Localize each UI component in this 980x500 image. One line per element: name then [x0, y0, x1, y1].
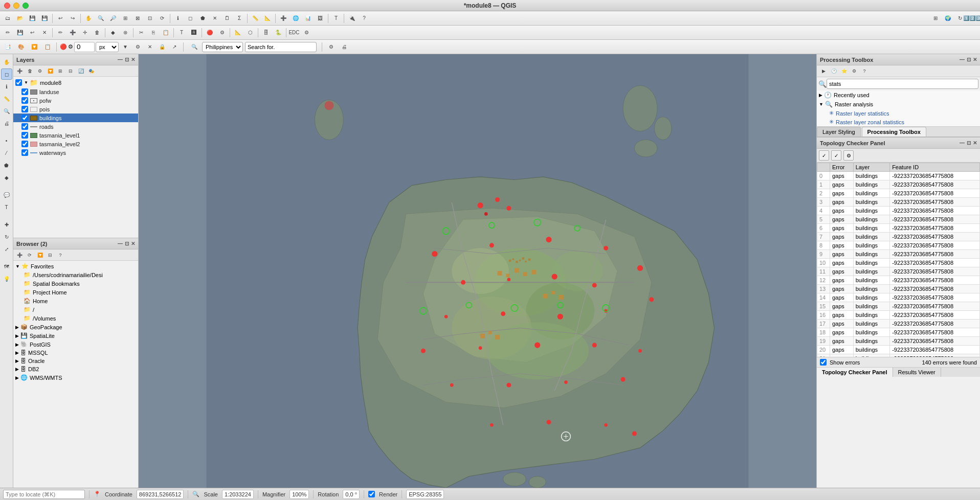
add-raster-btn[interactable]: 🖼: [315, 13, 326, 24]
browser-refresh-btn[interactable]: ⟳: [25, 251, 34, 260]
remove-layer-btn[interactable]: 🗑: [25, 66, 34, 76]
measure-area-btn[interactable]: 📐: [262, 13, 273, 24]
vertex-btn[interactable]: ◆: [107, 27, 119, 38]
delete-feature-btn[interactable]: 🗑: [92, 27, 103, 38]
select-tool-btn[interactable]: ◻: [1, 69, 12, 80]
extra-btn[interactable]: ⚙: [301, 27, 312, 38]
digitize-btn[interactable]: ✏: [55, 27, 66, 38]
paste-features-btn[interactable]: 📋: [160, 27, 171, 38]
update-all-btn[interactable]: 🔄: [76, 66, 85, 76]
3d-view-btn[interactable]: 🗺: [1, 261, 12, 272]
browser-filter-btn[interactable]: 🔽: [35, 251, 44, 260]
select-btn[interactable]: ◻: [185, 13, 196, 24]
pofw-checkbox[interactable]: [21, 97, 28, 104]
table-row[interactable]: 8 gaps buildings -9223372036854775808: [817, 241, 980, 250]
layer-item-roads[interactable]: roads: [13, 122, 138, 131]
draw-point-btn[interactable]: •: [1, 135, 12, 146]
group-checkbox[interactable]: [15, 79, 22, 86]
browser-collapse-btn[interactable]: ⊟: [46, 251, 55, 260]
layer-item-waterways[interactable]: waterways: [13, 148, 138, 157]
toolbox-item-raster-zonal[interactable]: ✳ Raster layer zonal statistics: [817, 118, 980, 126]
browser-item-spatialite[interactable]: ▶ 💾 SpatiaLite: [13, 331, 138, 340]
topology-table-scroll[interactable]: Error Layer Feature ID 0 gaps buildings …: [817, 163, 980, 357]
fill-ring-btn[interactable]: ⬡: [244, 27, 256, 38]
maximize-button[interactable]: [23, 3, 29, 9]
table-row[interactable]: 14 gaps buildings -9223372036854775808: [817, 293, 980, 302]
panel-minimize-icon[interactable]: —: [118, 57, 123, 62]
layer-group-header[interactable]: ▼ 📁 module8: [13, 78, 138, 87]
render-checkbox[interactable]: [368, 491, 375, 497]
table-row[interactable]: 0 gaps buildings -9223372036854775808: [817, 172, 980, 180]
browser-item-home[interactable]: 🏠 Home: [13, 297, 138, 305]
layer-notes-btn[interactable]: 📋: [42, 41, 53, 53]
topo-validate-extent-btn[interactable]: ✓: [831, 150, 841, 161]
copy-features-btn[interactable]: ⎘: [148, 27, 159, 38]
redo-btn[interactable]: ↪: [67, 13, 78, 24]
browser-item-root[interactable]: 📁 /: [13, 305, 138, 314]
vertex-edit-btn[interactable]: ◆: [1, 172, 12, 183]
snap-tolerance-input[interactable]: 0: [74, 42, 95, 52]
table-row[interactable]: 13 gaps buildings -9223372036854775808: [817, 285, 980, 293]
browser-close-icon[interactable]: ✕: [131, 241, 135, 246]
draw-line-btn[interactable]: ∕: [1, 147, 12, 158]
toolbox-minimize-icon[interactable]: —: [960, 57, 965, 62]
close-button[interactable]: [4, 3, 10, 9]
browser-item-desktop[interactable]: 📁 /Users/codrinamariailie/Desi: [13, 270, 138, 279]
toolbox-item-raster-stats[interactable]: ✳ Raster layer statistics: [817, 109, 980, 118]
topo-validate-btn[interactable]: ✓: [819, 150, 829, 161]
toolbox-favorites-btn[interactable]: ⭐: [839, 66, 849, 76]
print-tool-btn[interactable]: 🖨: [1, 118, 12, 129]
snap-more-btn[interactable]: ▼: [120, 41, 131, 53]
zoom-in-btn[interactable]: 🔍: [95, 13, 106, 24]
table-row[interactable]: 5 gaps buildings -9223372036854775808: [817, 215, 980, 224]
edc-btn[interactable]: EDC: [288, 27, 300, 38]
stats-btn[interactable]: Σ: [234, 13, 245, 24]
toolbox-settings-btn[interactable]: ⚙: [850, 66, 859, 76]
advanced-digit-btn[interactable]: 📐: [232, 27, 243, 38]
snap-unit-select[interactable]: px mm: [96, 42, 119, 52]
new-project-btn[interactable]: 🗂: [2, 13, 13, 24]
layer-item-buildings[interactable]: buildings: [13, 113, 138, 122]
layer-item-landuse[interactable]: landuse: [13, 87, 138, 96]
add-wms-btn[interactable]: 🌐: [290, 13, 301, 24]
coord-mode-btn[interactable]: ⊞: [930, 13, 941, 24]
toolbox-search-input[interactable]: [827, 79, 978, 89]
table-row[interactable]: 3 gaps buildings -9223372036854775808: [817, 198, 980, 207]
browser-help-btn[interactable]: ?: [56, 251, 65, 260]
identify-btn[interactable]: ℹ: [172, 13, 184, 24]
plugins-btn[interactable]: 🔌: [346, 13, 358, 24]
browser-item-project-home[interactable]: 📁 Project Home: [13, 288, 138, 297]
table-row[interactable]: 1 gaps buildings -9223372036854775808: [817, 180, 980, 189]
toolbox-item-recently-used[interactable]: ▶ 🕐 Recently used: [817, 90, 980, 100]
toolbox-item-raster-analysis[interactable]: ▼ 🔍 Raster analysis: [817, 100, 980, 109]
toolbox-history-btn[interactable]: 🕐: [829, 66, 838, 76]
toolbox-close-icon[interactable]: ✕: [973, 57, 977, 62]
open-table-btn[interactable]: 🗒: [221, 13, 233, 24]
map-canvas[interactable]: [139, 54, 816, 488]
expand-all-btn[interactable]: ⊞: [56, 66, 65, 76]
pois-checkbox[interactable]: [21, 106, 28, 112]
map-tips-btn[interactable]: 💡: [1, 273, 12, 284]
table-row[interactable]: 17 gaps buildings -9223372036854775808: [817, 320, 980, 328]
locate-zoom-btn[interactable]: 🔍: [189, 41, 200, 53]
python-btn[interactable]: 🐍: [273, 27, 284, 38]
rollback-btn[interactable]: ↩: [27, 27, 38, 38]
project-props-btn[interactable]: ⚙: [325, 41, 337, 53]
filter-btn[interactable]: 🔽: [29, 41, 40, 53]
table-row[interactable]: 20 gaps buildings -9223372036854775808: [817, 346, 980, 354]
select-poly-btn[interactable]: ⬟: [197, 13, 208, 24]
waterways-checkbox[interactable]: [21, 149, 28, 156]
save-as-btn[interactable]: 💾: [39, 13, 50, 24]
browser-item-db2[interactable]: ▶ 🗄 DB2: [13, 365, 138, 373]
save-edits-btn[interactable]: 💾: [14, 27, 26, 38]
add-layer-lyr-btn[interactable]: ➕: [15, 66, 24, 76]
show-errors-checkbox[interactable]: [820, 359, 827, 366]
topology-minimize-icon[interactable]: —: [960, 140, 965, 146]
label-btn[interactable]: T: [330, 13, 342, 24]
new-layer-btn[interactable]: 📑: [2, 41, 13, 53]
toolbox-help-btn[interactable]: ?: [860, 66, 869, 76]
browser-item-favorites[interactable]: ▼ ⭐ Favorites: [13, 262, 138, 270]
topology-float-icon[interactable]: ⊡: [967, 140, 971, 146]
measure-btn[interactable]: 📏: [250, 13, 261, 24]
filter-lyr-btn[interactable]: 🔽: [46, 66, 55, 76]
